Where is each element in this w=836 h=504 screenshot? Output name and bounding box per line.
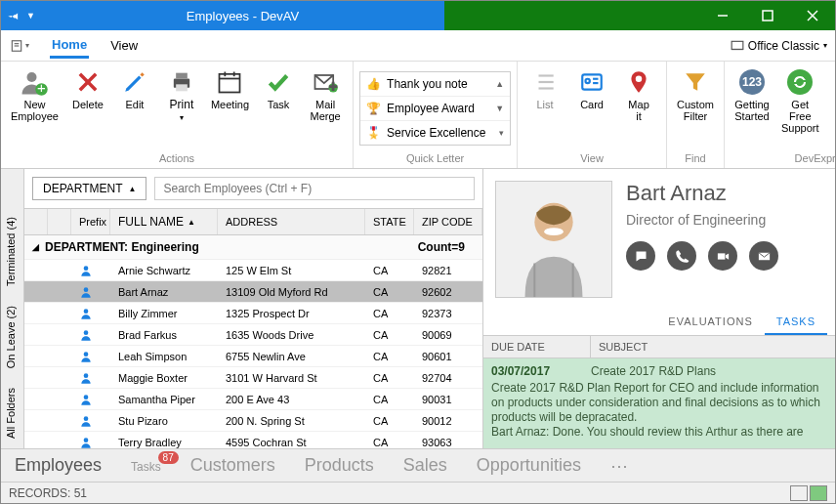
cell-address: 1635 Woods Drive (218, 326, 365, 344)
nav-more[interactable]: ⋯ (610, 455, 628, 477)
mail-button[interactable] (749, 241, 778, 271)
cell-state: CA (365, 369, 414, 387)
card-view-button[interactable]: Card (570, 65, 613, 112)
table-row[interactable]: Samantha Piper200 E Ave 43CA90031 (24, 389, 482, 410)
print-button[interactable]: Print▾ (160, 65, 203, 126)
svg-point-31 (586, 79, 590, 83)
map-it-button[interactable]: Map it (617, 65, 660, 124)
tab-home[interactable]: Home (50, 33, 89, 59)
tab-evaluations[interactable]: EVALUATIONS (656, 310, 764, 335)
qat-pin-icon[interactable] (7, 9, 21, 22)
qat-dropdown-icon[interactable]: ▼ (26, 11, 35, 21)
meeting-button[interactable]: Meeting (207, 65, 253, 112)
nav-opportunities[interactable]: Opportunities (477, 455, 581, 476)
thumbs-up-icon: 👍 (366, 77, 381, 91)
svg-point-47 (84, 309, 89, 314)
getting-started-button[interactable]: 123 Getting Started (731, 65, 773, 124)
chat-button[interactable] (626, 241, 655, 271)
folder-sidebar: Terminated (4) On Leave (2) All Folders (1, 169, 24, 448)
svg-marker-58 (726, 253, 729, 259)
col-due-date[interactable]: DUE DATE (483, 336, 591, 357)
col-subject[interactable]: SUBJECT (591, 336, 655, 357)
app-menu-icon[interactable]: ▾ (9, 39, 30, 53)
get-support-button[interactable]: Get Free Support (777, 65, 823, 136)
tab-tasks[interactable]: TASKS (765, 310, 827, 335)
cell-address: 4595 Cochran St (218, 434, 365, 449)
pencil-icon (120, 67, 149, 97)
nav-employees[interactable]: Employees (15, 455, 102, 476)
table-row[interactable]: Terry Bradley4595 Cochran StCA93063 (24, 432, 482, 448)
cell-address: 6755 Newlin Ave (218, 348, 365, 365)
table-row[interactable]: Stu Pizaro200 N. Spring StCA90012 (24, 410, 482, 432)
employee-photo (495, 181, 612, 298)
svg-point-53 (84, 438, 89, 442)
buy-now-button[interactable]: Buy Now (827, 65, 837, 124)
nav-customers[interactable]: Customers (190, 455, 275, 476)
col-zip[interactable]: ZIP CODE (414, 209, 482, 234)
numbers-icon: 123 (737, 67, 767, 97)
group-actions-label: Actions (7, 150, 347, 166)
close-button[interactable] (790, 1, 835, 30)
delete-button[interactable]: Delete (66, 65, 109, 112)
side-tab-onleave[interactable]: On Leave (2) (1, 296, 23, 378)
table-row[interactable]: Leah Simpson6755 Newlin AveCA90601 (24, 346, 482, 367)
scroll-up-icon[interactable]: ▲ (495, 79, 504, 89)
task-header: DUE DATE SUBJECT (483, 336, 835, 358)
nav-sales[interactable]: Sales (403, 455, 447, 476)
person-icon (71, 282, 110, 302)
group-chip-department[interactable]: DEPARTMENT ▲ (32, 177, 146, 200)
svg-point-52 (84, 416, 89, 421)
list-view-button[interactable]: List (523, 65, 566, 112)
nav-tasks[interactable]: Tasks 87 (131, 455, 161, 476)
table-row[interactable]: Billy Zimmer1325 Prospect DrCA92373 (24, 303, 482, 324)
statusbar: RECORDS: 51 (1, 482, 835, 503)
trophy-icon: 🏆 (366, 102, 381, 115)
col-address[interactable]: ADDRESS (218, 209, 365, 234)
mail-merge-button[interactable]: + Mail Merge (304, 65, 347, 124)
cell-address: 1325 Prospect Dr (218, 305, 365, 322)
col-expand[interactable] (24, 209, 48, 234)
edit-button[interactable]: Edit (113, 65, 156, 112)
search-input[interactable] (154, 177, 475, 200)
minimize-button[interactable] (700, 1, 745, 30)
cell-address: 125 W Elm St (218, 262, 365, 279)
theme-picker[interactable]: Office Classic ▾ (731, 39, 827, 53)
col-prefix[interactable]: Prefix (71, 209, 110, 234)
cell-state: CA (365, 305, 414, 322)
view-toggle-card[interactable] (810, 485, 827, 501)
new-employee-button[interactable]: + New Employee (7, 65, 63, 124)
col-icon[interactable] (48, 209, 71, 234)
map-pin-icon (624, 67, 653, 97)
view-toggle-list[interactable] (790, 485, 808, 501)
menubar: ▾ Home View Office Classic ▾ (1, 30, 835, 62)
side-tab-all[interactable]: All Folders (1, 378, 23, 448)
table-row[interactable]: Maggie Boxter3101 W Harvard StCA92704 (24, 367, 482, 389)
table-row[interactable]: Bart Arnaz13109 Old Myford RdCA92602 (24, 281, 482, 303)
task-list[interactable]: 03/07/2017 Create 2017 R&D Plans Create … (483, 358, 835, 448)
tab-view[interactable]: View (108, 34, 140, 57)
cell-name: Terry Bradley (110, 434, 218, 449)
cell-zip: 92704 (414, 369, 482, 387)
ql-service-excellence[interactable]: 🎖️Service Excellence▾ (360, 121, 510, 145)
ql-employee-award[interactable]: 🏆Employee Award▼ (360, 97, 510, 121)
table-row[interactable]: Brad Farkus1635 Woods DriveCA90069 (24, 324, 482, 346)
cell-name: Bart Arnaz (110, 283, 218, 301)
col-fullname[interactable]: FULL NAME ▲ (110, 209, 218, 234)
svg-rect-17 (220, 74, 240, 93)
task-button[interactable]: Task (257, 65, 300, 112)
expand-icon[interactable]: ▾ (499, 128, 504, 138)
group-row-engineering[interactable]: ◢ DEPARTMENT: Engineering Count=9 (24, 235, 482, 260)
cell-name: Arnie Schwartz (110, 262, 218, 279)
ql-thank-you[interactable]: 👍Thank you note▲ (360, 72, 510, 97)
call-button[interactable] (667, 241, 696, 271)
nav-products[interactable]: Products (305, 455, 374, 476)
maximize-button[interactable] (745, 1, 790, 30)
custom-filter-button[interactable]: Custom Filter (673, 65, 718, 124)
side-tab-terminated[interactable]: Terminated (4) (1, 207, 23, 296)
video-button[interactable] (708, 241, 737, 271)
table-row[interactable]: Arnie Schwartz125 W Elm StCA92821 (24, 260, 482, 281)
task-date: 03/07/2017 (491, 364, 591, 379)
col-state[interactable]: STATE (365, 209, 414, 234)
group-find-label: Find (673, 150, 718, 166)
scroll-down-icon[interactable]: ▼ (495, 104, 504, 113)
